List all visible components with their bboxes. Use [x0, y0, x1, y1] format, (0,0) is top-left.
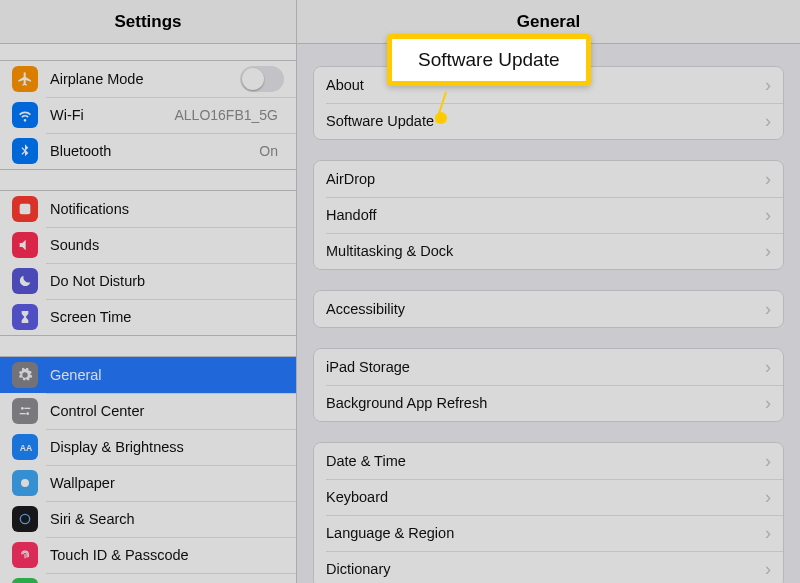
sounds-icon — [12, 232, 38, 258]
row-value: On — [259, 143, 278, 159]
row-label: Sounds — [50, 237, 284, 253]
sidebar-item-control-center[interactable]: Control Center — [0, 393, 296, 429]
sidebar-item-screen-time[interactable]: Screen Time — [0, 299, 296, 335]
chevron-right-icon: › — [765, 560, 771, 578]
notifications-icon — [12, 196, 38, 222]
sidebar-group-connectivity: Airplane Mode Wi-Fi ALLO16FB1_5G Bluetoo… — [0, 60, 296, 170]
general-detail: General About› Software Update› AirDrop›… — [297, 0, 800, 583]
row-label: Touch ID & Passcode — [50, 547, 284, 563]
row-label: Wi-Fi — [50, 107, 174, 123]
chevron-right-icon: › — [765, 488, 771, 506]
detail-group-storage: iPad Storage› Background App Refresh› — [313, 348, 784, 422]
sidebar-item-sounds[interactable]: Sounds — [0, 227, 296, 263]
sidebar-item-wallpaper[interactable]: Wallpaper — [0, 465, 296, 501]
sidebar-item-battery[interactable]: Battery — [0, 573, 296, 583]
row-label: Multitasking & Dock — [326, 243, 765, 259]
row-label: Date & Time — [326, 453, 765, 469]
chevron-right-icon: › — [765, 76, 771, 94]
row-label: Screen Time — [50, 309, 284, 325]
chevron-right-icon: › — [765, 112, 771, 130]
chevron-right-icon: › — [765, 300, 771, 318]
row-label: Wallpaper — [50, 475, 284, 491]
chevron-right-icon: › — [765, 452, 771, 470]
detail-item-language-region[interactable]: Language & Region› — [314, 515, 783, 551]
hourglass-icon — [12, 304, 38, 330]
row-label: Software Update — [326, 113, 765, 129]
row-label: Handoff — [326, 207, 765, 223]
sidebar-item-notifications[interactable]: Notifications — [0, 191, 296, 227]
sidebar-item-bluetooth[interactable]: Bluetooth On — [0, 133, 296, 169]
callout-label: Software Update — [387, 34, 591, 86]
callout-pointer-dot — [435, 112, 447, 124]
settings-screen: Settings Airplane Mode Wi-Fi ALLO16FB1_5… — [0, 0, 800, 583]
wallpaper-icon — [12, 470, 38, 496]
chevron-right-icon: › — [765, 206, 771, 224]
battery-icon — [12, 578, 38, 583]
row-value: ALLO16FB1_5G — [174, 107, 278, 123]
row-label: Dictionary — [326, 561, 765, 577]
sidebar-item-wifi[interactable]: Wi-Fi ALLO16FB1_5G — [0, 97, 296, 133]
detail-item-background-refresh[interactable]: Background App Refresh› — [314, 385, 783, 421]
detail-item-ipad-storage[interactable]: iPad Storage› — [314, 349, 783, 385]
chevron-right-icon: › — [765, 524, 771, 542]
svg-rect-0 — [20, 204, 31, 215]
row-label: Airplane Mode — [50, 71, 240, 87]
sidebar-group-alerts: Notifications Sounds Do Not Disturb Scre… — [0, 190, 296, 336]
chevron-right-icon: › — [765, 170, 771, 188]
sidebar-item-siri[interactable]: Siri & Search — [0, 501, 296, 537]
row-label: Control Center — [50, 403, 284, 419]
sidebar-item-touch-id[interactable]: Touch ID & Passcode — [0, 537, 296, 573]
sliders-icon — [12, 398, 38, 424]
chevron-right-icon: › — [765, 394, 771, 412]
gear-icon — [12, 362, 38, 388]
row-label: Siri & Search — [50, 511, 284, 527]
fingerprint-icon — [12, 542, 38, 568]
row-label: Background App Refresh — [326, 395, 765, 411]
chevron-right-icon: › — [765, 242, 771, 260]
wifi-icon — [12, 102, 38, 128]
row-label: AirDrop — [326, 171, 765, 187]
svg-point-3 — [26, 412, 29, 415]
detail-group-airdrop: AirDrop› Handoff› Multitasking & Dock› — [313, 160, 784, 270]
detail-group-accessibility: Accessibility› — [313, 290, 784, 328]
brightness-icon: AA — [12, 434, 38, 460]
siri-icon — [12, 506, 38, 532]
detail-item-accessibility[interactable]: Accessibility› — [314, 291, 783, 327]
detail-item-software-update[interactable]: Software Update› — [314, 103, 783, 139]
chevron-right-icon: › — [765, 358, 771, 376]
row-label: General — [50, 367, 284, 383]
detail-item-multitasking-dock[interactable]: Multitasking & Dock› — [314, 233, 783, 269]
row-label: Bluetooth — [50, 143, 259, 159]
moon-icon — [12, 268, 38, 294]
svg-rect-4 — [20, 413, 26, 414]
sidebar-item-airplane-mode[interactable]: Airplane Mode — [0, 61, 296, 97]
airplane-toggle[interactable] — [240, 66, 284, 92]
svg-point-7 — [20, 514, 29, 523]
row-label: Notifications — [50, 201, 284, 217]
svg-point-6 — [21, 479, 29, 487]
row-label: Accessibility — [326, 301, 765, 317]
row-label: Display & Brightness — [50, 439, 284, 455]
detail-group-locale: Date & Time› Keyboard› Language & Region… — [313, 442, 784, 583]
sidebar-item-general[interactable]: General — [0, 357, 296, 393]
svg-text:AA: AA — [20, 443, 33, 453]
row-label: iPad Storage — [326, 359, 765, 375]
detail-item-keyboard[interactable]: Keyboard› — [314, 479, 783, 515]
svg-point-1 — [21, 407, 24, 410]
row-label: Language & Region — [326, 525, 765, 541]
sidebar-item-display-brightness[interactable]: AA Display & Brightness — [0, 429, 296, 465]
detail-item-date-time[interactable]: Date & Time› — [314, 443, 783, 479]
detail-item-airdrop[interactable]: AirDrop› — [314, 161, 783, 197]
detail-item-dictionary[interactable]: Dictionary› — [314, 551, 783, 583]
row-label: Do Not Disturb — [50, 273, 284, 289]
row-label: Keyboard — [326, 489, 765, 505]
airplane-icon — [12, 66, 38, 92]
settings-sidebar: Settings Airplane Mode Wi-Fi ALLO16FB1_5… — [0, 0, 297, 583]
sidebar-title: Settings — [0, 0, 296, 44]
svg-rect-2 — [24, 408, 30, 409]
callout-software-update: Software Update — [387, 34, 591, 86]
bluetooth-icon — [12, 138, 38, 164]
detail-item-handoff[interactable]: Handoff› — [314, 197, 783, 233]
sidebar-item-do-not-disturb[interactable]: Do Not Disturb — [0, 263, 296, 299]
sidebar-group-device: General Control Center AA Display & Brig… — [0, 356, 296, 583]
